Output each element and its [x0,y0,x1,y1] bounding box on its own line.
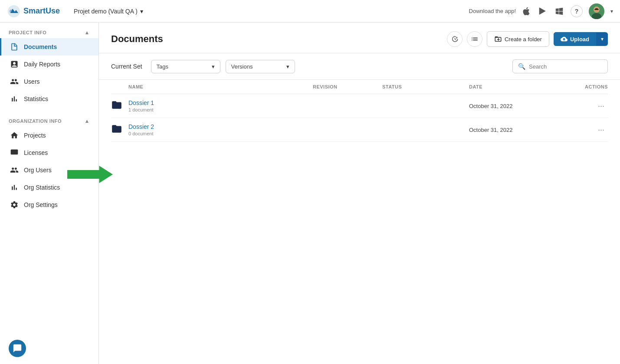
sidebar-item-daily-reports-label: Daily Reports [24,61,60,68]
sidebar-item-licenses[interactable]: Licenses [0,144,98,161]
folder-2-info: Dossier 2 0 document [128,123,313,136]
sidebar-item-org-statistics-label: Org Statistics [24,184,60,191]
playstore-icon[interactable] [538,6,548,16]
current-set-label: Current Set [111,63,142,70]
main-header: Documents Create a folder [99,23,620,53]
sidebar-item-statistics[interactable]: Statistics [0,90,98,108]
svg-point-1 [10,10,13,13]
header-actions: Create a folder Upload ▾ [447,31,608,47]
versions-chevron-icon: ▾ [286,63,289,70]
upload-label: Upload [570,36,589,43]
licenses-icon [10,148,19,157]
folder-icon-2 [111,123,128,136]
sidebar-item-statistics-label: Statistics [24,95,48,102]
sidebar-item-daily-reports[interactable]: Daily Reports [0,56,98,73]
documents-table: NAME REVISION STATUS DATE ACTIONS Dossie… [99,80,620,364]
project-info-chevron-icon: ▲ [85,30,90,36]
main-content: Documents Create a folder [99,23,620,364]
folder-1-date: October 31, 2022 [469,103,556,109]
create-folder-button[interactable]: Create a folder [487,31,549,47]
sidebar-item-users-label: Users [24,78,40,85]
folder-2-name[interactable]: Dossier 2 [128,123,313,130]
org-users-icon [10,166,19,174]
windows-icon[interactable] [554,6,564,16]
project-name: Projet demo (Vault QA ) [74,8,138,15]
versions-dropdown[interactable]: Versions ▾ [226,60,295,73]
chat-button[interactable] [9,340,26,357]
create-folder-label: Create a folder [505,36,542,43]
list-view-button[interactable] [467,31,482,47]
sidebar-item-org-statistics[interactable]: Org Statistics [0,179,98,196]
table-header: NAME REVISION STATUS DATE ACTIONS [111,80,608,94]
folder-icon-1 [111,99,128,112]
svg-rect-6 [11,150,18,155]
sidebar-item-org-settings[interactable]: Org Settings [0,196,98,213]
sidebar-item-org-users-label: Org Users [24,167,52,174]
folder-2-date: October 31, 2022 [469,127,556,133]
chat-section [0,333,98,364]
search-box: 🔍 [512,59,608,73]
folder-2-more-button[interactable]: ··· [594,124,608,136]
topnav-icons: ? ▾ [521,3,613,19]
sidebar-item-projects[interactable]: Projects [0,127,98,144]
folder-1-sub: 1 document [128,107,313,112]
table-row: Dossier 2 0 document October 31, 2022 ··… [111,118,608,142]
tags-chevron-icon: ▾ [212,63,215,70]
sidebar-item-documents[interactable]: Documents [0,38,98,56]
col-status: STATUS [382,84,469,89]
top-navigation: SmartUse Projet demo (Vault QA ) ▾ Downl… [0,0,620,23]
sidebar-item-licenses-label: Licenses [24,149,48,156]
upload-main-button[interactable]: Upload [554,32,596,46]
folder-1-actions: ··· [556,100,608,112]
sidebar-item-org-settings-label: Org Settings [24,201,58,208]
tags-label: Tags [157,63,168,70]
app-logo[interactable]: SmartUse [7,4,60,18]
app-name: SmartUse [23,7,60,16]
col-revision: REVISION [313,84,382,89]
org-statistics-icon [10,183,19,192]
sidebar: PROJECT INFO ▲ Documents Daily Reports U… [0,23,99,364]
search-icon: 🔍 [518,63,525,70]
sidebar-item-documents-label: Documents [24,43,57,50]
upload-dropdown-button[interactable]: ▾ [596,33,608,46]
col-actions: ACTIONS [556,84,608,89]
project-selector[interactable]: Projet demo (Vault QA ) ▾ [70,6,147,16]
folder-2-actions: ··· [556,124,608,136]
projects-icon [10,131,19,140]
col-name: NAME [128,84,313,89]
org-info-section-header[interactable]: ORGANIZATION INFO ▲ [0,111,98,127]
documents-icon [10,43,19,51]
avatar-chevron-icon[interactable]: ▾ [610,8,613,14]
sidebar-item-projects-label: Projects [24,132,46,139]
folder-1-more-button[interactable]: ··· [594,100,608,112]
upload-button-group: Upload ▾ [554,32,608,46]
apple-icon[interactable] [521,6,531,16]
folder-1-info: Dossier 1 1 document [128,99,313,112]
user-avatar[interactable] [589,3,604,19]
table-row: Dossier 1 1 document October 31, 2022 ··… [111,94,608,118]
org-info-chevron-icon: ▲ [85,118,90,124]
daily-reports-icon [10,60,19,69]
download-label: Download the app! [469,8,516,14]
folder-2-sub: 0 document [128,131,313,136]
project-chevron-icon: ▾ [140,8,143,15]
statistics-icon [10,95,19,103]
versions-label: Versions [231,63,253,70]
sidebar-item-users[interactable]: Users [0,73,98,90]
sidebar-item-org-users[interactable]: Org Users [0,161,98,179]
org-settings-icon [10,200,19,209]
help-icon[interactable]: ? [571,5,583,17]
toolbar: Current Set Tags ▾ Versions ▾ 🔍 [99,53,620,80]
tags-dropdown[interactable]: Tags ▾ [151,60,220,73]
users-icon [10,77,19,86]
history-button[interactable] [447,31,463,47]
folder-1-name[interactable]: Dossier 1 [128,99,313,106]
search-input[interactable] [529,63,598,70]
project-info-section-header[interactable]: PROJECT INFO ▲ [0,23,98,38]
col-date: DATE [469,84,556,89]
page-title: Documents [111,33,442,45]
